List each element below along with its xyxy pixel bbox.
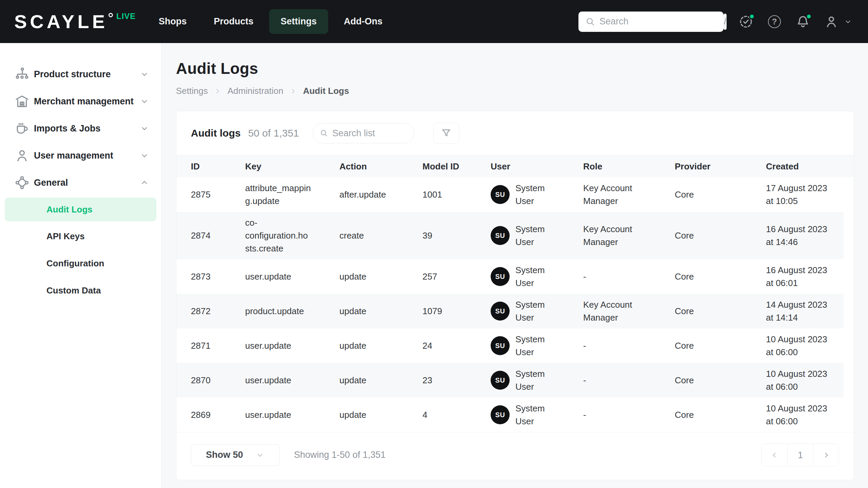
row-spacer [844,294,854,328]
table-row[interactable]: 2874 co-configuration.hosts.create creat… [176,212,854,259]
column-header-id[interactable]: ID [176,156,245,178]
cell-key: user.update [245,328,339,363]
search-shortcut-key: / [724,14,727,30]
cell-action: update [339,363,422,398]
mug-icon [14,121,31,136]
cell-model-id: 24 [422,328,491,363]
breadcrumb-separator-icon [290,87,297,95]
cell-provider: Core [675,294,766,328]
column-header-role[interactable]: Role [583,156,675,178]
cell-id: 2874 [176,212,245,259]
hierarchy-icon [14,66,31,82]
pagination: 1 [761,444,839,466]
column-header-action[interactable]: Action [339,156,422,178]
chevron-up-icon [139,178,150,188]
prev-page-button[interactable] [762,444,787,466]
row-spacer [844,363,854,398]
list-search[interactable] [313,123,414,143]
sidebar-item-general[interactable]: General [0,169,161,196]
avatar: SU [491,185,510,204]
breadcrumb-audit-logs: Audit Logs [303,86,349,96]
sidebar-item-custom-data[interactable]: Custom Data [0,277,161,304]
row-spacer [844,177,854,212]
cell-id: 2872 [176,294,245,328]
avatar: SU [491,302,510,321]
cell-user: SUSystem User [491,328,583,363]
page-size-select[interactable]: Show 50 [191,444,280,466]
nav-item-settings[interactable]: Settings [269,9,329,34]
table-row[interactable]: 2870 user.update update 23 SUSystem User… [176,363,854,398]
notifications-button[interactable] [795,14,810,29]
cell-key: user.update [245,363,339,398]
cell-id: 2870 [176,363,245,398]
cell-user: SUSystem User [491,363,583,398]
sidebar-item-configuration[interactable]: Configuration [0,250,161,277]
global-search[interactable]: / [578,12,724,32]
user-menu-button[interactable] [824,14,852,29]
table-row[interactable]: 2872 product.update update 1079 SUSystem… [176,294,854,328]
chevron-down-icon [139,69,150,79]
sidebar: Product structure Merchant management Im… [0,43,161,488]
sidebar-item-api-keys[interactable]: API Keys [0,223,161,250]
list-search-input[interactable] [328,128,407,139]
breadcrumb: Settings Administration Audit Logs [176,86,868,96]
nodes-icon [14,175,31,190]
sidebar-item-audit-logs[interactable]: Audit Logs [5,198,156,221]
cell-action: update [339,398,422,432]
top-navigation: Shops Products Settings Add-Ons [147,9,394,34]
help-icon: ? [768,15,781,28]
cell-provider: Core [675,363,766,398]
cell-provider: Core [675,398,766,432]
cell-role: Key Account Manager [583,294,675,328]
nav-item-addons[interactable]: Add-Ons [332,9,394,34]
table-row[interactable]: 2873 user.update update 257 SUSystem Use… [176,259,854,294]
sidebar-item-imports-jobs[interactable]: Imports & Jobs [0,115,161,142]
sidebar-item-user-management[interactable]: User management [0,142,161,169]
current-page-button[interactable]: 1 [787,444,813,466]
cell-user: SUSystem User [491,212,583,259]
nav-item-shops[interactable]: Shops [147,9,198,34]
cell-key: attribute_mapping.update [245,177,339,212]
column-header-model-id[interactable]: Model ID [422,156,491,178]
table-row[interactable]: 2869 user.update update 4 SUSystem User … [176,398,854,432]
nav-item-products[interactable]: Products [202,9,265,34]
cell-role: - [583,398,675,432]
column-header-key[interactable]: Key [245,156,339,178]
table-row[interactable]: 2871 user.update update 24 SUSystem User… [176,328,854,363]
card-footer: Show 50 Showing 1-50 of 1,351 1 [176,432,854,480]
cell-model-id: 1001 [422,177,491,212]
cell-user: SUSystem User [491,177,583,212]
column-header-provider[interactable]: Provider [675,156,766,178]
tasks-status-button[interactable] [738,14,753,29]
cell-role: - [583,259,675,294]
table-row[interactable]: 2875 attribute_mapping.update after.upda… [176,177,854,212]
column-header-created[interactable]: Created [766,156,844,178]
scayle-logo[interactable]: SCAYLE LIVE [0,11,147,33]
chevron-right-icon [822,450,831,460]
chevron-down-icon [139,96,150,106]
chevron-down-icon [844,17,852,26]
help-button[interactable]: ? [767,14,782,29]
sidebar-item-product-structure[interactable]: Product structure [0,61,161,88]
topbar-icon-cluster: ? [738,14,852,29]
filter-button[interactable] [433,123,459,144]
cell-user: SUSystem User [491,294,583,328]
breadcrumb-settings[interactable]: Settings [176,86,208,96]
avatar: SU [491,371,510,390]
showing-range-text: Showing 1-50 of 1,351 [294,450,386,460]
cell-provider: Core [675,328,766,363]
cell-model-id: 4 [422,398,491,432]
main-content: Audit Logs Settings Administration Audit… [161,43,868,488]
global-search-input[interactable] [595,16,724,27]
chevron-down-icon [139,150,150,161]
cell-provider: Core [675,212,766,259]
avatar: SU [491,336,510,355]
chevron-down-icon [139,123,150,134]
breadcrumb-administration[interactable]: Administration [228,86,283,96]
next-page-button[interactable] [813,444,839,466]
cell-created: 10 August 2023 at 06:00 [766,328,844,363]
avatar: SU [491,405,510,424]
sidebar-item-merchant-management[interactable]: Merchant management [0,88,161,115]
column-header-user[interactable]: User [491,156,583,178]
cell-model-id: 39 [422,212,491,259]
